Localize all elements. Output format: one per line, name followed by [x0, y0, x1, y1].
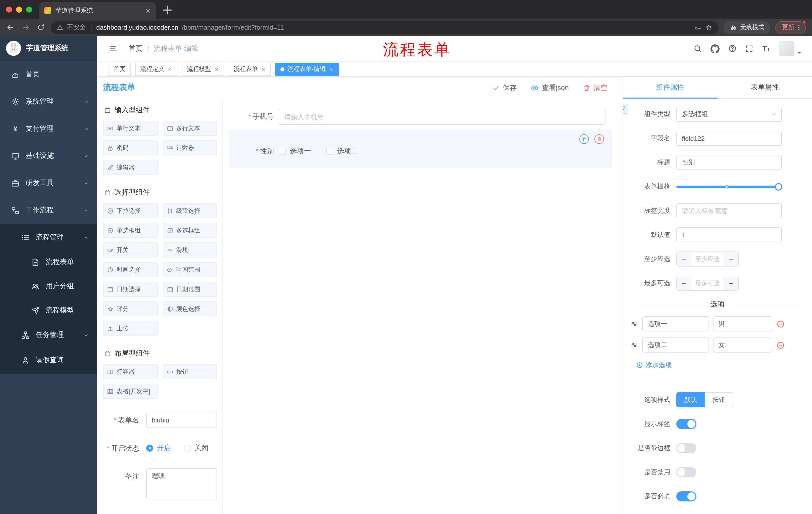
search-icon[interactable]: [693, 44, 702, 53]
browser-tab[interactable]: 芋道管理系统: [39, 2, 156, 19]
palette-item[interactable]: 级联选择: [163, 203, 217, 218]
security-warning-icon[interactable]: [57, 24, 63, 31]
window-minimize-button[interactable]: [16, 6, 22, 12]
tab-form-props[interactable]: 表单属性: [718, 77, 812, 98]
palette-item[interactable]: 多选框组: [163, 223, 217, 238]
forward-button[interactable]: [22, 23, 30, 32]
hamburger-icon[interactable]: [109, 44, 118, 53]
tag-process-model[interactable]: 流程模型: [182, 63, 224, 76]
status-off-radio[interactable]: 关闭: [184, 443, 208, 453]
github-icon[interactable]: [710, 44, 720, 53]
remove-option-icon[interactable]: [776, 341, 785, 349]
window-zoom-button[interactable]: [26, 6, 32, 12]
palette-item[interactable]: 多行文本: [163, 121, 217, 136]
form-remark-textarea[interactable]: 嘿嘿: [146, 468, 217, 499]
slider-track[interactable]: [676, 185, 782, 188]
max-select-stepper[interactable]: − 最多可选 +: [676, 276, 738, 291]
phone-input[interactable]: [279, 109, 606, 125]
disabled-switch[interactable]: [676, 467, 696, 477]
window-close-button[interactable]: [6, 6, 12, 12]
phone-field[interactable]: *手机号: [223, 109, 606, 125]
add-option-button[interactable]: 添加选项: [636, 360, 812, 370]
remove-option-icon[interactable]: [776, 320, 785, 328]
option-label-input[interactable]: [642, 337, 709, 353]
palette-item[interactable]: 单行文本: [103, 121, 157, 136]
border-switch[interactable]: [676, 443, 696, 453]
option-label-input[interactable]: [642, 316, 709, 331]
breadcrumb-home[interactable]: 首页: [128, 44, 143, 53]
field-name-input[interactable]: [676, 131, 782, 146]
bookmark-star-icon[interactable]: [705, 24, 713, 31]
form-name-input[interactable]: [146, 412, 217, 428]
sidebar-item-task-mgmt[interactable]: 任务管理: [0, 322, 97, 348]
required-switch[interactable]: [676, 491, 696, 502]
palette-item[interactable]: 下拉选择: [103, 203, 157, 218]
sidebar-item-process-model[interactable]: 流程模型: [0, 298, 97, 322]
sidebar-item-payment[interactable]: ¥ 支付管理: [0, 115, 97, 142]
palette-item[interactable]: 表格[开发中]: [103, 384, 157, 399]
style-button-button[interactable]: 按钮: [705, 392, 733, 407]
palette-item[interactable]: 密码: [103, 140, 157, 155]
tag-close-icon[interactable]: [329, 66, 334, 72]
palette-item[interactable]: 日期选择: [103, 282, 157, 297]
tab-component-props[interactable]: 组件属性: [623, 77, 718, 98]
palette-item[interactable]: 开关: [103, 242, 157, 258]
palette-item[interactable]: 时间范围: [163, 262, 217, 277]
tab-close-icon[interactable]: [145, 7, 151, 14]
palette-item[interactable]: 上传: [103, 321, 157, 336]
avatar[interactable]: [779, 41, 794, 56]
address-bar[interactable]: 不安全 dashboard.yudao.iocoder.cn/bpm/manag…: [51, 21, 719, 34]
decrease-button[interactable]: −: [677, 276, 691, 290]
palette-item[interactable]: 行容器: [103, 364, 157, 379]
font-size-icon[interactable]: TT: [762, 44, 771, 53]
option-value-input[interactable]: [713, 316, 772, 331]
gender-option1-checkbox[interactable]: 选项一: [279, 147, 311, 156]
palette-item[interactable]: 编辑器: [103, 160, 157, 175]
option-value-input[interactable]: [713, 337, 772, 353]
form-canvas[interactable]: *手机号 *性别: [223, 99, 622, 514]
browser-menu-icon[interactable]: [795, 24, 803, 31]
palette-item[interactable]: 123 计数器: [163, 140, 217, 155]
tag-close-icon[interactable]: [214, 66, 219, 72]
clear-button[interactable]: 清空: [583, 83, 608, 92]
sidebar-item-home[interactable]: 首页: [0, 61, 97, 88]
show-label-switch[interactable]: [676, 419, 696, 429]
delete-widget-button[interactable]: [594, 134, 604, 144]
style-default-button[interactable]: 默认: [676, 392, 705, 407]
tag-process-form-edit[interactable]: 流程表单-编辑: [276, 63, 339, 76]
palette-item[interactable]: 评分: [103, 301, 157, 316]
sidebar-item-infra[interactable]: 基础设施: [0, 142, 97, 169]
palette-item[interactable]: 颜色选择: [163, 301, 217, 316]
sidebar-item-devtools[interactable]: 研发工具: [0, 169, 97, 197]
sidebar-item-user-group[interactable]: 用户分组: [0, 274, 97, 298]
label-width-input[interactable]: [676, 203, 782, 218]
sidebar-item-process-form[interactable]: 流程表单: [0, 250, 97, 274]
increase-button[interactable]: +: [724, 276, 738, 290]
palette-item[interactable]: 按钮: [163, 364, 217, 379]
palette-item[interactable]: 单选框组: [103, 223, 157, 238]
drag-handle-icon[interactable]: [630, 320, 638, 328]
drag-handle-icon[interactable]: [630, 341, 638, 349]
palette-item[interactable]: 日期范围: [163, 282, 217, 297]
link-field-button[interactable]: [623, 104, 628, 114]
max-select-value[interactable]: 最多可选: [691, 276, 724, 290]
slider-handle[interactable]: [775, 183, 782, 190]
component-type-select[interactable]: 多选框组: [676, 107, 782, 122]
default-value-input[interactable]: [676, 227, 782, 242]
min-select-value[interactable]: 至少应选: [691, 252, 724, 266]
form-grid-slider[interactable]: [676, 179, 782, 194]
tag-process-definition[interactable]: 流程定义: [135, 63, 177, 76]
user-menu[interactable]: [779, 41, 802, 56]
fullscreen-icon[interactable]: [745, 45, 753, 53]
copy-widget-button[interactable]: [579, 134, 589, 144]
gender-option2-checkbox[interactable]: 选项二: [326, 147, 358, 156]
save-button[interactable]: 保存: [493, 83, 517, 92]
increase-button[interactable]: +: [724, 252, 738, 266]
min-select-stepper[interactable]: − 至少应选 +: [676, 251, 738, 267]
password-key-icon[interactable]: [694, 24, 701, 31]
tag-close-icon[interactable]: [167, 66, 172, 72]
tag-home[interactable]: 首页: [109, 63, 130, 76]
sidebar-item-process-mgmt[interactable]: 流程管理: [0, 225, 97, 250]
help-icon[interactable]: [728, 44, 736, 53]
reload-button[interactable]: [37, 24, 45, 31]
